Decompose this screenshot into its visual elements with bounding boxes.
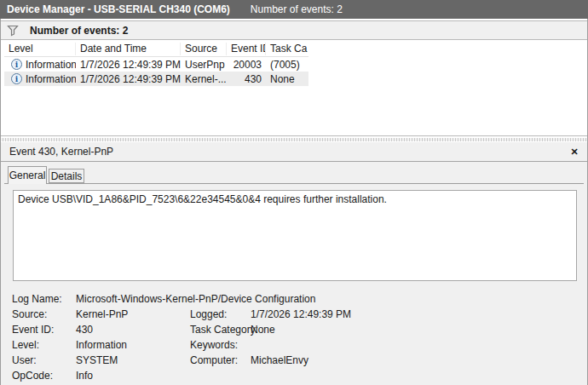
- window-title: Device Manager - USB-SERIAL CH340 (COM6): [7, 3, 230, 15]
- column-header-source[interactable]: Source: [181, 43, 227, 55]
- field-row: User: SYSTEM Computer: MichaelEnvy: [1, 354, 587, 370]
- details-header-title: Event 430, Kernel-PnP: [9, 146, 113, 158]
- field-row: Log Name: Microsoft-Windows-Kernel-PnP/D…: [1, 293, 587, 308]
- field-value: Info: [76, 370, 93, 382]
- column-header-date[interactable]: Date and Time: [76, 43, 181, 55]
- field-value: None: [251, 324, 275, 336]
- level-text: Information: [26, 59, 76, 71]
- cell-task-category: (7005): [266, 59, 308, 71]
- field-label: Keywords:: [190, 339, 238, 351]
- event-message-text: Device USB\VID_1A86&PID_7523\6&22e34545&…: [18, 193, 387, 205]
- column-header-task-category[interactable]: Task Ca..: [266, 43, 308, 55]
- field-row: Source: Kernel-PnP Logged: 1/7/2026 12:4…: [1, 308, 587, 324]
- title-bar[interactable]: Device Manager - USB-SERIAL CH340 (COM6)…: [0, 0, 588, 19]
- event-list-header: Level Date and Time Source Event ID Task…: [4, 41, 308, 57]
- filter-funnel-icon[interactable]: [7, 25, 20, 37]
- filter-toolbar: Number of events: 2: [0, 20, 588, 40]
- device-events-window: Device Manager - USB-SERIAL CH340 (COM6)…: [0, 0, 588, 385]
- table-row-selected[interactable]: i Information 1/7/2026 12:49:39 PM Kerne…: [4, 72, 308, 86]
- window-subtitle: Number of events: 2: [251, 3, 343, 15]
- field-label: Source:: [12, 308, 47, 320]
- field-value: SYSTEM: [76, 354, 118, 366]
- tab-strip-divider: [4, 183, 584, 184]
- field-value: Information: [76, 339, 127, 351]
- details-header: Event 430, Kernel-PnP: [1, 142, 587, 162]
- cell-source: UserPnp: [181, 59, 227, 71]
- tab-general[interactable]: General: [8, 166, 47, 184]
- event-details-pane: Event 430, Kernel-PnP ✕ General Details …: [1, 142, 587, 385]
- field-label: Logged:: [190, 308, 227, 320]
- cell-datetime: 1/7/2026 12:49:39 PM: [76, 73, 181, 85]
- field-label: Log Name:: [12, 293, 62, 305]
- close-icon[interactable]: ✕: [568, 145, 581, 158]
- event-message-box[interactable]: Device USB\VID_1A86&PID_7523\6&22e34545&…: [13, 190, 577, 281]
- column-header-level[interactable]: Level: [4, 43, 76, 55]
- field-row: Event ID: 430 Task Category: None: [1, 324, 587, 339]
- field-label: Task Category:: [190, 324, 258, 336]
- field-value: 1/7/2026 12:49:39 PM: [251, 308, 351, 320]
- field-value: MichaelEnvy: [251, 354, 308, 366]
- field-value: Kernel-PnP: [76, 308, 128, 320]
- column-header-event-id[interactable]: Event ID: [227, 43, 266, 55]
- field-value: 430: [76, 324, 93, 336]
- cell-source: Kernel-...: [181, 73, 227, 85]
- cell-event-id: 430: [227, 73, 266, 85]
- table-row[interactable]: i Information 1/7/2026 12:49:39 PM UserP…: [4, 57, 308, 72]
- field-label: Computer:: [190, 354, 238, 366]
- field-row: Level: Information Keywords:: [1, 339, 587, 354]
- field-label: Level:: [12, 339, 39, 351]
- field-value: Microsoft-Windows-Kernel-PnP/Device Conf…: [76, 293, 315, 305]
- information-icon: i: [11, 59, 22, 70]
- field-row: OpCode: Info: [1, 370, 587, 385]
- information-icon: i: [11, 73, 22, 84]
- events-count-label: Number of events: 2: [30, 25, 128, 37]
- event-properties: Log Name: Microsoft-Windows-Kernel-PnP/D…: [1, 293, 587, 385]
- cell-task-category: None: [266, 73, 308, 85]
- cell-level: i Information: [4, 59, 76, 71]
- cell-datetime: 1/7/2026 12:49:39 PM: [76, 59, 181, 71]
- field-label: User:: [12, 354, 37, 366]
- field-label: Event ID:: [12, 324, 54, 336]
- level-text: Information: [26, 73, 76, 85]
- cell-event-id: 20003: [227, 59, 266, 71]
- field-label: OpCode:: [12, 370, 53, 382]
- event-list: Level Date and Time Source Event ID Task…: [1, 41, 587, 136]
- cell-level: i Information: [4, 73, 76, 85]
- tab-details[interactable]: Details: [49, 169, 84, 183]
